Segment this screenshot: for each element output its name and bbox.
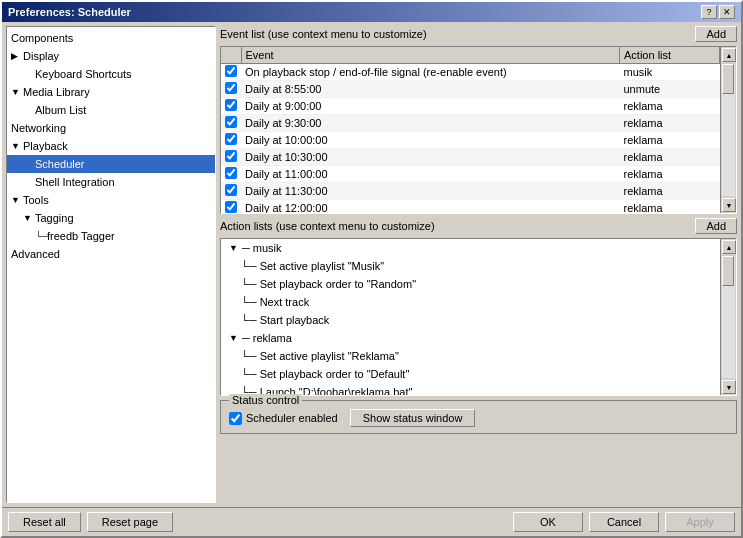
action-cell: reklama <box>620 98 720 115</box>
sidebar-item-tools[interactable]: ▼Tools <box>7 191 215 209</box>
event-checkbox-0[interactable] <box>225 65 237 77</box>
event-checkbox-4[interactable] <box>225 133 237 145</box>
sidebar-item-tagging[interactable]: ▼Tagging <box>7 209 215 227</box>
scroll-up-button[interactable]: ▲ <box>722 48 736 62</box>
checkbox-cell <box>221 183 241 200</box>
event-checkbox-1[interactable] <box>225 82 237 94</box>
action-item[interactable]: └─ Set active playlist "Musik" <box>221 257 720 275</box>
event-list-with-scroll: Event Action list On playback stop / end… <box>221 47 736 213</box>
sidebar-item-label: Scheduler <box>35 156 85 172</box>
action-item[interactable]: └─ Set active playlist "Reklama" <box>221 347 720 365</box>
col-action: Action list <box>620 47 720 64</box>
bottom-bar: Reset all Reset page OK Cancel Apply <box>2 507 741 536</box>
event-cell: Daily at 9:00:00 <box>241 98 620 115</box>
scroll-track[interactable] <box>722 64 735 196</box>
title-bar: Preferences: Scheduler ? ✕ <box>2 2 741 22</box>
table-row[interactable]: Daily at 9:00:00reklama <box>221 98 720 115</box>
sidebar-item-shell-integration[interactable]: Shell Integration <box>7 173 215 191</box>
action-list-inner: ▼─ musik└─ Set active playlist "Musik"└─… <box>221 239 720 395</box>
group-name: ─ reklama <box>242 330 292 346</box>
table-row[interactable]: On playback stop / end-of-file signal (r… <box>221 64 720 81</box>
sidebar-item-label: Media Library <box>23 84 90 100</box>
action-scroll-up[interactable]: ▲ <box>722 240 736 254</box>
action-group-reklama[interactable]: ▼─ reklama <box>221 329 720 347</box>
sidebar-item-display[interactable]: ▶Display <box>7 47 215 65</box>
action-item[interactable]: └─ Next track <box>221 293 720 311</box>
scheduler-enabled-label[interactable]: Scheduler enabled <box>229 412 338 425</box>
event-checkbox-3[interactable] <box>225 116 237 128</box>
sidebar-item-media-library[interactable]: ▼Media Library <box>7 83 215 101</box>
reset-all-button[interactable]: Reset all <box>8 512 81 532</box>
event-table: Event Action list On playback stop / end… <box>221 47 720 213</box>
table-row[interactable]: Daily at 10:00:00reklama <box>221 132 720 149</box>
action-list-scrollbar[interactable]: ▲ ▼ <box>720 239 736 395</box>
table-row[interactable]: Daily at 11:30:00reklama <box>221 183 720 200</box>
ok-button[interactable]: OK <box>513 512 583 532</box>
event-checkbox-8[interactable] <box>225 201 237 213</box>
scroll-down-button[interactable]: ▼ <box>722 198 736 212</box>
sidebar-item-label: Advanced <box>11 246 60 262</box>
sidebar-item-playback[interactable]: ▼Playback <box>7 137 215 155</box>
table-row[interactable]: Daily at 8:55:00unmute <box>221 81 720 98</box>
bottom-right-buttons: OK Cancel Apply <box>513 512 735 532</box>
table-row[interactable]: Daily at 9:30:00reklama <box>221 115 720 132</box>
sidebar-item-label: freedb Tagger <box>47 228 115 244</box>
sidebar-item-album-list[interactable]: Album List <box>7 101 215 119</box>
event-checkbox-7[interactable] <box>225 184 237 196</box>
checkbox-cell <box>221 115 241 132</box>
status-row: Scheduler enabled Show status window <box>229 409 728 427</box>
col-check <box>221 47 241 64</box>
event-list-scrollbar[interactable]: ▲ ▼ <box>720 47 736 213</box>
event-cell: Daily at 8:55:00 <box>241 81 620 98</box>
sidebar-item-label: Playback <box>23 138 68 154</box>
sidebar-item-components[interactable]: Components <box>7 29 215 47</box>
action-group-musik[interactable]: ▼─ musik <box>221 239 720 257</box>
sidebar-item-networking[interactable]: Networking <box>7 119 215 137</box>
sidebar-item-advanced[interactable]: Advanced <box>7 245 215 263</box>
sidebar-item-label: Tagging <box>35 210 74 226</box>
table-row[interactable]: Daily at 12:00:00reklama <box>221 200 720 214</box>
sidebar-item-freedb-tagger[interactable]: └─ freedb Tagger <box>7 227 215 245</box>
checkbox-cell <box>221 81 241 98</box>
action-scroll-down[interactable]: ▼ <box>722 380 736 394</box>
action-item[interactable]: └─ Set playback order to "Random" <box>221 275 720 293</box>
action-list-add-button[interactable]: Add <box>695 218 737 234</box>
cancel-button[interactable]: Cancel <box>589 512 659 532</box>
reset-page-button[interactable]: Reset page <box>87 512 173 532</box>
content-area: Components▶DisplayKeyboard Shortcuts▼Med… <box>2 22 741 507</box>
sidebar-item-scheduler[interactable]: Scheduler <box>7 155 215 173</box>
checkbox-cell <box>221 166 241 183</box>
event-list-add-button[interactable]: Add <box>695 26 737 42</box>
event-checkbox-5[interactable] <box>225 150 237 162</box>
action-item[interactable]: └─ Start playback <box>221 311 720 329</box>
table-row[interactable]: Daily at 11:00:00reklama <box>221 166 720 183</box>
scheduler-enabled-checkbox[interactable] <box>229 412 242 425</box>
action-item[interactable]: └─ Set playback order to "Default" <box>221 365 720 383</box>
action-scroll-track[interactable] <box>722 256 735 378</box>
sidebar-item-label: Keyboard Shortcuts <box>35 66 132 82</box>
action-cell: reklama <box>620 166 720 183</box>
sidebar-item-label: Tools <box>23 192 49 208</box>
event-cell: Daily at 10:30:00 <box>241 149 620 166</box>
status-control-title: Status control <box>229 394 302 406</box>
event-list-section: Event list (use context menu to customiz… <box>220 26 737 214</box>
checkbox-cell <box>221 64 241 81</box>
table-row[interactable]: Daily at 10:30:00reklama <box>221 149 720 166</box>
checkbox-cell <box>221 200 241 214</box>
event-checkbox-2[interactable] <box>225 99 237 111</box>
event-list-container: Event Action list On playback stop / end… <box>220 46 737 214</box>
help-button[interactable]: ? <box>701 5 717 19</box>
action-cell: reklama <box>620 115 720 132</box>
group-expand-icon: ▼ <box>229 330 238 346</box>
close-button[interactable]: ✕ <box>719 5 735 19</box>
apply-button[interactable]: Apply <box>665 512 735 532</box>
sidebar-item-label: Components <box>11 30 73 46</box>
collapse-icon: ▼ <box>11 84 21 100</box>
expand-icon: ▶ <box>11 48 21 64</box>
action-cell: unmute <box>620 81 720 98</box>
show-status-window-button[interactable]: Show status window <box>350 409 476 427</box>
action-scroll-thumb[interactable] <box>722 256 734 286</box>
sidebar-item-keyboard-shortcuts[interactable]: Keyboard Shortcuts <box>7 65 215 83</box>
scroll-thumb[interactable] <box>722 64 734 94</box>
event-checkbox-6[interactable] <box>225 167 237 179</box>
